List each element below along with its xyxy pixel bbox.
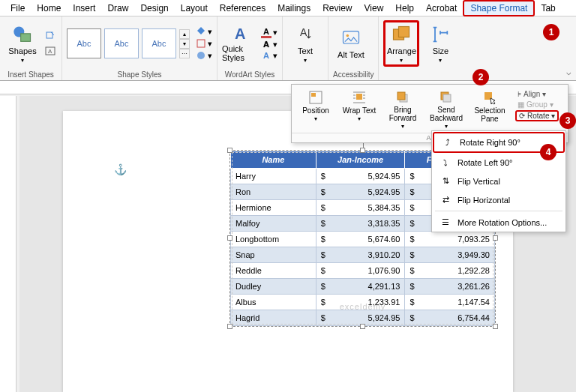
tab-insert[interactable]: Insert <box>67 1 101 15</box>
flip-horizontal-item[interactable]: ⇄Flip Horizontal <box>432 190 566 209</box>
resize-handle-se[interactable] <box>493 324 498 329</box>
style-box-2[interactable]: Abc <box>104 28 139 58</box>
svg-text:A: A <box>300 26 308 38</box>
resize-handle-nw[interactable] <box>227 148 232 153</box>
svg-rect-11 <box>399 26 410 37</box>
bring-forward-button[interactable]: Bring Forward▾ <box>382 88 424 130</box>
text-button[interactable]: A Text ▾ <box>287 20 323 67</box>
size-button[interactable]: Size ▾ <box>422 20 458 67</box>
table-row: Longbottom5,674.607,093.25 <box>231 232 495 247</box>
cell-name: Harry <box>231 169 316 184</box>
group-button[interactable]: ▦Group ▾ <box>515 100 559 109</box>
style-gallery: Abc Abc Abc ▴ ▾ ⋯ <box>67 28 190 58</box>
flip-vertical-item[interactable]: ⇅Flip Vertical <box>432 172 566 190</box>
flip-vertical-icon: ⇅ <box>440 176 452 186</box>
callout-3: 3 <box>560 112 576 129</box>
tab-home[interactable]: Home <box>31 1 67 15</box>
rotate-left-icon: ⤵ <box>440 158 452 167</box>
resize-handle-s[interactable] <box>360 324 365 329</box>
col-header: Jan-Income <box>316 151 405 169</box>
resize-handle-sw[interactable] <box>227 324 232 329</box>
quick-styles-button[interactable]: A Quick Styles <box>222 20 258 67</box>
table-row: Snap3,910.203,949.30 <box>231 247 495 263</box>
tab-mailings[interactable]: Mailings <box>272 1 316 15</box>
send-backward-icon <box>438 89 454 105</box>
gallery-more-button[interactable]: ⋯ <box>179 49 190 58</box>
text-label: Text <box>298 46 313 55</box>
tab-references[interactable]: References <box>214 1 272 15</box>
gallery-up-button[interactable]: ▴ <box>179 29 190 39</box>
tab-help[interactable]: Help <box>389 1 420 15</box>
more-options-icon: ☰ <box>440 217 452 227</box>
svg-rect-14 <box>356 94 362 100</box>
cell-jan: 4,291.13 <box>316 279 405 295</box>
align-button[interactable]: ⊧Align ▾ <box>515 89 559 99</box>
alt-text-icon <box>340 28 362 49</box>
cell-name: Snap <box>231 247 316 263</box>
tab-design[interactable]: Design <box>134 1 174 15</box>
send-backward-label: Send Backward <box>425 106 467 122</box>
cell-name: Reddle <box>231 263 316 279</box>
svg-rect-5 <box>197 40 205 47</box>
shape-outline-button[interactable]: ▾ <box>196 38 212 49</box>
cell-name: Hagrid <box>231 310 316 326</box>
tab-acrobat[interactable]: Acrobat <box>420 1 463 15</box>
bring-forward-label: Bring Forward <box>382 106 424 122</box>
shapes-button[interactable]: Shapes ▾ <box>4 20 40 67</box>
ribbon-collapse-button[interactable]: ⌵ <box>566 67 572 77</box>
group-label: Accessibility <box>333 69 374 79</box>
text-outline-button[interactable]: A▾ <box>261 40 278 49</box>
position-button[interactable]: Position▾ <box>295 88 337 130</box>
ribbon: Shapes ▾ A Insert Shapes Abc Abc Abc ▴ ▾… <box>0 16 576 81</box>
group-label: Shape Styles <box>67 69 212 79</box>
text-box-button[interactable]: A <box>44 44 57 58</box>
outline-icon <box>196 38 206 49</box>
tab-shape-format[interactable]: Shape Format <box>463 0 535 16</box>
svg-rect-16 <box>398 92 405 100</box>
gallery-down-button[interactable]: ▾ <box>179 39 190 49</box>
shape-effects-button[interactable]: ▾ <box>196 50 212 61</box>
rotate-button[interactable]: ⟳Rotate ▾ <box>515 110 559 121</box>
tab-review[interactable]: Review <box>316 1 358 15</box>
cell-name: Malfoy <box>231 216 316 232</box>
cell-feb: 6,754.44 <box>405 310 495 326</box>
cell-jan: 1,076.90 <box>316 263 405 279</box>
style-box-1[interactable]: Abc <box>67 28 101 58</box>
tab-draw[interactable]: Draw <box>101 1 134 15</box>
style-box-3[interactable]: Abc <box>142 28 176 58</box>
position-icon <box>308 89 324 106</box>
send-backward-button[interactable]: Send Backward▾ <box>425 88 467 130</box>
wrap-text-icon <box>351 89 368 106</box>
tab-file[interactable]: File <box>4 1 31 15</box>
tab-layout[interactable]: Layout <box>175 1 214 15</box>
quick-styles-label: Quick Styles <box>222 44 258 62</box>
chevron-down-icon: ▾ <box>304 57 307 64</box>
resize-handle-w[interactable] <box>227 235 232 241</box>
tab-extra[interactable]: Tab <box>535 1 561 15</box>
wordart-icon: A <box>235 25 245 43</box>
group-arrange: Arrange ▾ Size ▾ <box>379 16 463 80</box>
textbox-icon: A <box>45 46 56 56</box>
cell-jan: 5,384.35 <box>316 200 405 216</box>
wrap-text-button[interactable]: Wrap Text▾ <box>338 88 380 130</box>
arrange-button[interactable]: Arrange ▾ <box>383 20 419 67</box>
text-fill-button[interactable]: A▾ <box>261 27 278 38</box>
alt-text-button[interactable]: Alt Text <box>333 20 369 67</box>
group-insert-shapes: Shapes ▾ A Insert Shapes <box>0 16 62 80</box>
cell-name: Albus <box>231 295 316 310</box>
selection-pane-button[interactable]: Selection Pane <box>469 88 511 130</box>
resize-handle-e[interactable] <box>493 235 498 241</box>
svg-rect-18 <box>443 94 451 102</box>
edit-shape-button[interactable] <box>44 29 57 43</box>
tab-view[interactable]: View <box>358 1 390 15</box>
chevron-down-icon: ▾ <box>439 57 442 64</box>
cell-feb: 1,292.28 <box>405 263 495 279</box>
col-header: Name <box>231 151 316 169</box>
size-icon <box>430 24 451 45</box>
resize-handle-n[interactable] <box>360 148 365 153</box>
shape-fill-button[interactable]: ▾ <box>196 26 212 37</box>
svg-point-6 <box>197 52 205 59</box>
more-rotation-options-item[interactable]: ☰More Rotation Options... <box>432 213 566 232</box>
bring-forward-icon <box>394 89 411 105</box>
text-effects-button[interactable]: A▾ <box>261 51 278 61</box>
